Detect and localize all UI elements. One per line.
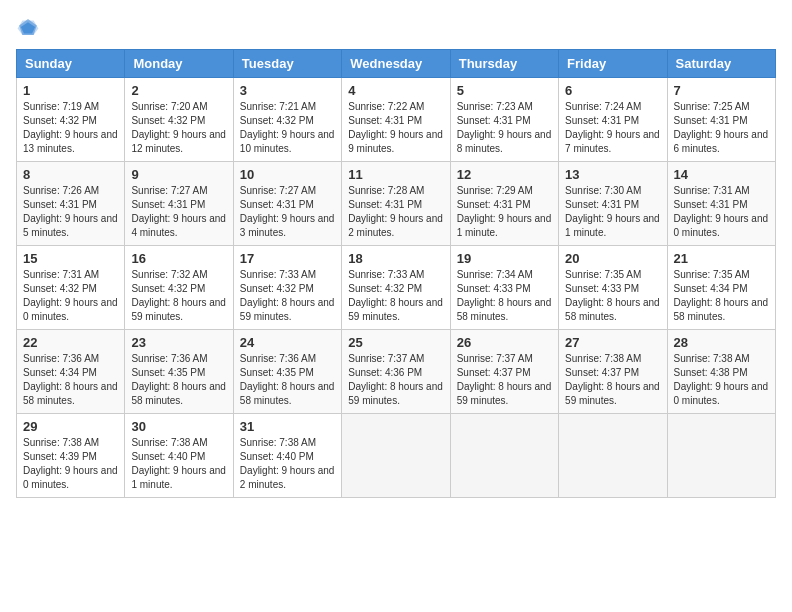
calendar-cell: 11Sunrise: 7:28 AMSunset: 4:31 PMDayligh… [342, 162, 450, 246]
day-number: 28 [674, 335, 769, 350]
day-info: Sunrise: 7:25 AMSunset: 4:31 PMDaylight:… [674, 100, 769, 156]
calendar-cell: 3Sunrise: 7:21 AMSunset: 4:32 PMDaylight… [233, 78, 341, 162]
day-number: 22 [23, 335, 118, 350]
day-number: 7 [674, 83, 769, 98]
day-number: 29 [23, 419, 118, 434]
calendar-cell: 4Sunrise: 7:22 AMSunset: 4:31 PMDaylight… [342, 78, 450, 162]
day-number: 31 [240, 419, 335, 434]
day-number: 13 [565, 167, 660, 182]
week-row-2: 8Sunrise: 7:26 AMSunset: 4:31 PMDaylight… [17, 162, 776, 246]
day-number: 10 [240, 167, 335, 182]
logo-icon [16, 17, 40, 37]
calendar-cell: 12Sunrise: 7:29 AMSunset: 4:31 PMDayligh… [450, 162, 558, 246]
day-info: Sunrise: 7:19 AMSunset: 4:32 PMDaylight:… [23, 100, 118, 156]
day-info: Sunrise: 7:32 AMSunset: 4:32 PMDaylight:… [131, 268, 226, 324]
calendar-cell [667, 414, 775, 498]
weekday-header-thursday: Thursday [450, 50, 558, 78]
weekday-header-wednesday: Wednesday [342, 50, 450, 78]
day-info: Sunrise: 7:36 AMSunset: 4:35 PMDaylight:… [240, 352, 335, 408]
day-info: Sunrise: 7:38 AMSunset: 4:40 PMDaylight:… [240, 436, 335, 492]
page-header [16, 16, 776, 37]
day-info: Sunrise: 7:30 AMSunset: 4:31 PMDaylight:… [565, 184, 660, 240]
calendar-cell: 6Sunrise: 7:24 AMSunset: 4:31 PMDaylight… [559, 78, 667, 162]
logo [16, 16, 44, 37]
day-number: 15 [23, 251, 118, 266]
day-number: 3 [240, 83, 335, 98]
day-number: 24 [240, 335, 335, 350]
day-number: 25 [348, 335, 443, 350]
day-info: Sunrise: 7:33 AMSunset: 4:32 PMDaylight:… [348, 268, 443, 324]
calendar-cell: 27Sunrise: 7:38 AMSunset: 4:37 PMDayligh… [559, 330, 667, 414]
day-number: 11 [348, 167, 443, 182]
day-number: 18 [348, 251, 443, 266]
day-info: Sunrise: 7:22 AMSunset: 4:31 PMDaylight:… [348, 100, 443, 156]
calendar-cell: 9Sunrise: 7:27 AMSunset: 4:31 PMDaylight… [125, 162, 233, 246]
calendar-cell: 19Sunrise: 7:34 AMSunset: 4:33 PMDayligh… [450, 246, 558, 330]
day-info: Sunrise: 7:37 AMSunset: 4:36 PMDaylight:… [348, 352, 443, 408]
calendar-cell [559, 414, 667, 498]
day-number: 12 [457, 167, 552, 182]
day-info: Sunrise: 7:24 AMSunset: 4:31 PMDaylight:… [565, 100, 660, 156]
day-info: Sunrise: 7:23 AMSunset: 4:31 PMDaylight:… [457, 100, 552, 156]
calendar-cell: 30Sunrise: 7:38 AMSunset: 4:40 PMDayligh… [125, 414, 233, 498]
day-info: Sunrise: 7:35 AMSunset: 4:34 PMDaylight:… [674, 268, 769, 324]
weekday-header-sunday: Sunday [17, 50, 125, 78]
week-row-1: 1Sunrise: 7:19 AMSunset: 4:32 PMDaylight… [17, 78, 776, 162]
calendar-cell: 1Sunrise: 7:19 AMSunset: 4:32 PMDaylight… [17, 78, 125, 162]
week-row-3: 15Sunrise: 7:31 AMSunset: 4:32 PMDayligh… [17, 246, 776, 330]
calendar-cell: 7Sunrise: 7:25 AMSunset: 4:31 PMDaylight… [667, 78, 775, 162]
day-info: Sunrise: 7:29 AMSunset: 4:31 PMDaylight:… [457, 184, 552, 240]
day-info: Sunrise: 7:36 AMSunset: 4:35 PMDaylight:… [131, 352, 226, 408]
day-number: 26 [457, 335, 552, 350]
day-number: 5 [457, 83, 552, 98]
calendar-cell: 10Sunrise: 7:27 AMSunset: 4:31 PMDayligh… [233, 162, 341, 246]
day-number: 16 [131, 251, 226, 266]
calendar-cell: 5Sunrise: 7:23 AMSunset: 4:31 PMDaylight… [450, 78, 558, 162]
weekday-header-saturday: Saturday [667, 50, 775, 78]
calendar-cell: 14Sunrise: 7:31 AMSunset: 4:31 PMDayligh… [667, 162, 775, 246]
day-info: Sunrise: 7:36 AMSunset: 4:34 PMDaylight:… [23, 352, 118, 408]
day-info: Sunrise: 7:34 AMSunset: 4:33 PMDaylight:… [457, 268, 552, 324]
day-number: 6 [565, 83, 660, 98]
calendar-cell: 17Sunrise: 7:33 AMSunset: 4:32 PMDayligh… [233, 246, 341, 330]
day-info: Sunrise: 7:33 AMSunset: 4:32 PMDaylight:… [240, 268, 335, 324]
day-info: Sunrise: 7:38 AMSunset: 4:40 PMDaylight:… [131, 436, 226, 492]
day-info: Sunrise: 7:35 AMSunset: 4:33 PMDaylight:… [565, 268, 660, 324]
day-info: Sunrise: 7:37 AMSunset: 4:37 PMDaylight:… [457, 352, 552, 408]
calendar-cell: 22Sunrise: 7:36 AMSunset: 4:34 PMDayligh… [17, 330, 125, 414]
calendar-cell: 26Sunrise: 7:37 AMSunset: 4:37 PMDayligh… [450, 330, 558, 414]
calendar-cell: 16Sunrise: 7:32 AMSunset: 4:32 PMDayligh… [125, 246, 233, 330]
day-number: 30 [131, 419, 226, 434]
day-info: Sunrise: 7:31 AMSunset: 4:32 PMDaylight:… [23, 268, 118, 324]
calendar-cell: 23Sunrise: 7:36 AMSunset: 4:35 PMDayligh… [125, 330, 233, 414]
calendar-cell: 18Sunrise: 7:33 AMSunset: 4:32 PMDayligh… [342, 246, 450, 330]
week-row-4: 22Sunrise: 7:36 AMSunset: 4:34 PMDayligh… [17, 330, 776, 414]
calendar-table: SundayMondayTuesdayWednesdayThursdayFrid… [16, 49, 776, 498]
day-number: 27 [565, 335, 660, 350]
day-number: 23 [131, 335, 226, 350]
week-row-5: 29Sunrise: 7:38 AMSunset: 4:39 PMDayligh… [17, 414, 776, 498]
day-number: 20 [565, 251, 660, 266]
day-info: Sunrise: 7:28 AMSunset: 4:31 PMDaylight:… [348, 184, 443, 240]
calendar-cell: 28Sunrise: 7:38 AMSunset: 4:38 PMDayligh… [667, 330, 775, 414]
calendar-cell: 25Sunrise: 7:37 AMSunset: 4:36 PMDayligh… [342, 330, 450, 414]
day-info: Sunrise: 7:20 AMSunset: 4:32 PMDaylight:… [131, 100, 226, 156]
weekday-header-row: SundayMondayTuesdayWednesdayThursdayFrid… [17, 50, 776, 78]
day-info: Sunrise: 7:27 AMSunset: 4:31 PMDaylight:… [240, 184, 335, 240]
calendar-cell [450, 414, 558, 498]
weekday-header-monday: Monday [125, 50, 233, 78]
day-info: Sunrise: 7:38 AMSunset: 4:37 PMDaylight:… [565, 352, 660, 408]
calendar-cell: 15Sunrise: 7:31 AMSunset: 4:32 PMDayligh… [17, 246, 125, 330]
calendar-cell: 2Sunrise: 7:20 AMSunset: 4:32 PMDaylight… [125, 78, 233, 162]
day-info: Sunrise: 7:38 AMSunset: 4:38 PMDaylight:… [674, 352, 769, 408]
day-number: 19 [457, 251, 552, 266]
calendar-cell: 31Sunrise: 7:38 AMSunset: 4:40 PMDayligh… [233, 414, 341, 498]
calendar-cell: 21Sunrise: 7:35 AMSunset: 4:34 PMDayligh… [667, 246, 775, 330]
day-info: Sunrise: 7:38 AMSunset: 4:39 PMDaylight:… [23, 436, 118, 492]
calendar-cell: 13Sunrise: 7:30 AMSunset: 4:31 PMDayligh… [559, 162, 667, 246]
day-number: 14 [674, 167, 769, 182]
day-number: 17 [240, 251, 335, 266]
day-info: Sunrise: 7:31 AMSunset: 4:31 PMDaylight:… [674, 184, 769, 240]
calendar-cell: 24Sunrise: 7:36 AMSunset: 4:35 PMDayligh… [233, 330, 341, 414]
day-number: 8 [23, 167, 118, 182]
